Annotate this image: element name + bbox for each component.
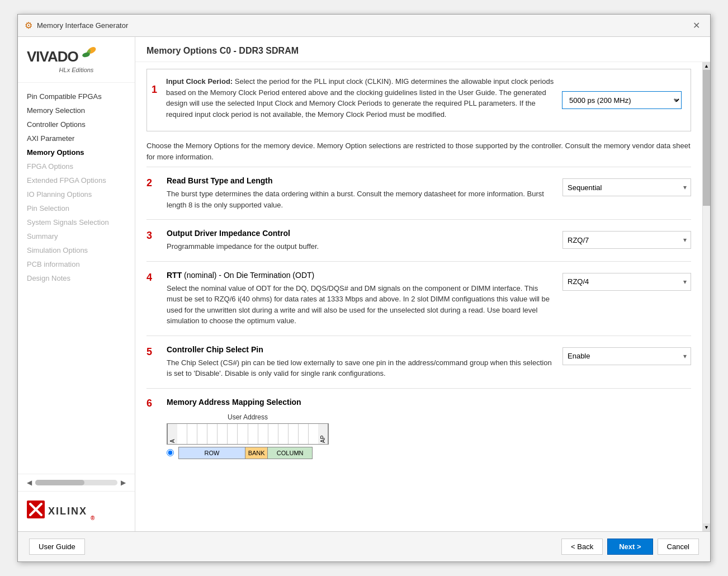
sidebar-item-io-planning: IO Planning Options	[18, 187, 135, 201]
scroll-left-arrow[interactable]: ◀	[27, 479, 32, 487]
xilinx-x-icon	[27, 501, 45, 522]
page-title: Memory Options C0 - DDR3 SDRAM	[146, 46, 299, 55]
scroll-up-button[interactable]: ▲	[703, 62, 710, 70]
section-2-control: Sequential Interleaved	[562, 176, 691, 196]
sidebar-item-controller-options[interactable]: Controller Options	[18, 117, 135, 131]
section-4-title: RTT (nominal) - On Die Termination (ODT)	[167, 271, 554, 280]
scrollbar-track[interactable]	[35, 480, 117, 485]
addr-label-right: AP	[318, 424, 328, 444]
input-clock-select-wrapper: 5000 ps (200 MHz) 4000 ps (250 MHz) 3000…	[562, 91, 682, 109]
content-scrollbar[interactable]: ▲ ▼	[702, 62, 710, 531]
row-segment: ROW	[179, 447, 245, 459]
column-segment: COLUMN	[268, 447, 312, 459]
sidebar-item-extended-fpga: Extended FPGA Options	[18, 173, 135, 187]
footer-left: User Guide	[29, 539, 85, 555]
xilinx-logo-text: XILINX	[48, 506, 87, 517]
cancel-button[interactable]: Cancel	[658, 539, 699, 555]
content-area: Memory Options C0 - DDR3 SDRAM 1 Input C…	[135, 37, 710, 531]
scroll-down-button[interactable]: ▼	[703, 523, 710, 531]
row-bank-col-options: ROW BANK COLUMN	[167, 447, 691, 459]
page-header: Memory Options C0 - DDR3 SDRAM	[135, 37, 710, 62]
section-5-title: Controller Chip Select Pin	[167, 345, 554, 354]
section-4-number: 4	[146, 272, 158, 284]
section-3: 3 Output Driver Impedance Control Progra…	[146, 220, 691, 262]
intro-text: Choose the Memory Options for the memory…	[146, 131, 691, 167]
section-2-desc: The burst type determines the data order…	[167, 188, 554, 210]
main-content: VIVADO HLx Editions Pin Compatibl	[18, 37, 710, 531]
next-button[interactable]: Next >	[607, 539, 653, 555]
section-6-title: Memory Address Mapping Selection	[167, 398, 691, 407]
close-button[interactable]: ✕	[689, 19, 703, 32]
sidebar-scrollbar: ◀ ▶	[18, 474, 135, 491]
section-5-control: Enable Disable	[562, 345, 691, 365]
window-title: Memory Interface Generator	[37, 21, 128, 30]
sidebar-item-fpga-options: FPGA Options	[18, 159, 135, 173]
section-5: 5 Controller Chip Select Pin The Chip Se…	[146, 336, 691, 389]
sidebar-item-pcb: PCB information	[18, 257, 135, 271]
section-2-content: Read Burst Type and Length The burst typ…	[167, 176, 554, 210]
section-1-number: 1	[147, 77, 162, 102]
back-button[interactable]: < Back	[561, 539, 603, 555]
scrollbar-thumb	[35, 480, 84, 485]
addr-label-a: A	[167, 424, 177, 444]
section-5-content: Controller Chip Select Pin The Chip Sele…	[167, 345, 554, 379]
section-3-content: Output Driver Impedance Control Programm…	[167, 229, 554, 252]
rtt-select[interactable]: RZQ/4 RZQ/6 RZQ/2 Disabled	[562, 273, 691, 291]
sidebar-item-pin-selection: Pin Selection	[18, 201, 135, 215]
vivado-logo-area: VIVADO HLx Editions	[18, 37, 135, 83]
sidebar-item-simulation: Simulation Options	[18, 243, 135, 257]
sidebar-item-memory-selection[interactable]: Memory Selection	[18, 103, 135, 117]
addr-cells	[177, 424, 318, 444]
hlx-text: HLx Editions	[27, 67, 126, 73]
section-2: 2 Read Burst Type and Length The burst t…	[146, 167, 691, 220]
scroll-right-arrow[interactable]: ▶	[121, 479, 126, 487]
chip-select-select[interactable]: Enable Disable	[562, 347, 691, 365]
sidebar-item-memory-options[interactable]: Memory Options	[18, 145, 135, 159]
vivado-leaf-icon	[81, 46, 96, 63]
section-4-control: RZQ/4 RZQ/6 RZQ/2 Disabled	[562, 271, 691, 291]
title-bar: ⚙ Memory Interface Generator ✕	[18, 15, 710, 37]
main-window: ⚙ Memory Interface Generator ✕ VIVADO	[17, 14, 711, 562]
footer: User Guide < Back Next > Cancel	[18, 531, 710, 561]
section-1-title: Input Clock Period: Select the period fo…	[166, 76, 555, 120]
scroll-thumb-area	[703, 70, 710, 523]
addr-mapping-radio[interactable]	[167, 449, 174, 456]
bank-segment: BANK	[245, 447, 268, 459]
vivado-logo-text: VIVADO	[27, 48, 78, 65]
section-6: 6 Memory Address Mapping Selection User …	[146, 389, 691, 468]
sidebar-item-axi-parameter[interactable]: AXI Parameter	[18, 131, 135, 145]
xilinx-logo-area: XILINX ®	[18, 491, 135, 531]
app-icon: ⚙	[25, 20, 32, 31]
section-4-content: RTT (nominal) - On Die Termination (ODT)…	[167, 271, 554, 327]
section-3-desc: Programmable impedance for the output bu…	[167, 241, 554, 252]
sidebar-item-system-signals: System Signals Selection	[18, 215, 135, 229]
address-grid: A	[167, 423, 329, 445]
section-3-control: RZQ/7 RZQ/6 RZQ/5 RZQ/4	[562, 229, 691, 249]
section-3-title: Output Driver Impedance Control	[167, 229, 554, 238]
sidebar-item-design-notes: Design Notes	[18, 271, 135, 285]
section-3-number: 3	[146, 230, 158, 242]
content-scroll-area[interactable]: 1 Input Clock Period: Select the period …	[135, 62, 702, 531]
section-2-title: Read Burst Type and Length	[167, 176, 554, 185]
sidebar-item-summary: Summary	[18, 229, 135, 243]
sidebar-item-pin-compatible[interactable]: Pin Compatible FPGAs	[18, 89, 135, 103]
user-address-label: User Address	[167, 413, 329, 421]
read-burst-select[interactable]: Sequential Interleaved	[562, 178, 691, 196]
nav-list: Pin Compatible FPGAs Memory Selection Co…	[18, 83, 135, 474]
output-driver-select[interactable]: RZQ/7 RZQ/6 RZQ/5 RZQ/4	[562, 231, 691, 249]
section-4-desc: Select the nominal value of ODT for the …	[167, 283, 554, 327]
section-5-number: 5	[146, 346, 158, 358]
section-2-number: 2	[146, 177, 158, 189]
sidebar: VIVADO HLx Editions Pin Compatibl	[18, 37, 135, 531]
section-6-number: 6	[146, 398, 158, 409]
scroll-thumb	[703, 70, 710, 206]
user-guide-button[interactable]: User Guide	[29, 539, 85, 555]
section-6-content: Memory Address Mapping Selection User Ad…	[167, 398, 691, 459]
section-1-container: 1 Input Clock Period: Select the period …	[146, 69, 691, 131]
footer-right: < Back Next > Cancel	[561, 539, 699, 555]
xilinx-registered: ®	[91, 515, 94, 521]
section-4: 4 RTT (nominal) - On Die Termination (OD…	[146, 262, 691, 336]
section-1-control: 5000 ps (200 MHz) 4000 ps (250 MHz) 3000…	[562, 69, 691, 131]
input-clock-select[interactable]: 5000 ps (200 MHz) 4000 ps (250 MHz) 3000…	[562, 91, 682, 109]
addr-mapping-bar: ROW BANK COLUMN	[178, 447, 313, 459]
